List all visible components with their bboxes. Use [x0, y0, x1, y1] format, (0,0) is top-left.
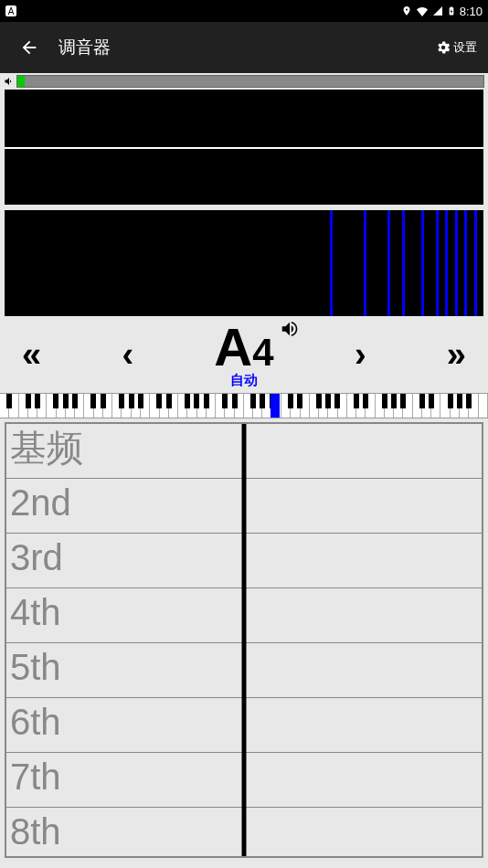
note-display[interactable]: A4 自动 [214, 321, 273, 389]
white-key[interactable] [103, 394, 112, 418]
spectrum-bar [421, 210, 424, 316]
volume-fill [17, 76, 25, 87]
spectrum-bar [455, 210, 458, 316]
volume-track [16, 75, 484, 88]
white-key[interactable] [403, 394, 412, 418]
white-key[interactable] [291, 394, 300, 418]
white-key[interactable] [469, 394, 478, 418]
harmonic-label: 6th [6, 698, 61, 752]
signal-icon [432, 5, 443, 16]
white-key[interactable] [28, 394, 37, 418]
white-key[interactable] [319, 394, 328, 418]
harmonics-table: 基频2nd3rd4th5th6th7th8th [5, 422, 483, 858]
spectrum-bar [445, 210, 448, 316]
white-key[interactable] [385, 394, 394, 418]
white-key[interactable] [422, 394, 431, 418]
white-key[interactable] [47, 394, 56, 418]
white-key[interactable] [451, 394, 460, 418]
piano-strip[interactable] [0, 393, 488, 418]
white-key[interactable] [160, 394, 169, 418]
white-key[interactable] [9, 394, 18, 418]
white-key[interactable] [150, 394, 159, 418]
spectrum-bar [330, 210, 333, 316]
spectrum-bar [402, 210, 405, 316]
harmonic-label: 7th [6, 753, 61, 807]
note-name: A4 [214, 321, 273, 374]
location-icon [401, 5, 412, 16]
white-key[interactable] [66, 394, 75, 418]
waveform-baseline [5, 147, 483, 149]
gear-icon [435, 39, 451, 56]
spectrum-bar [464, 210, 467, 316]
volume-icon [4, 76, 15, 87]
wifi-icon [416, 5, 429, 16]
white-key[interactable] [460, 394, 469, 418]
white-key[interactable] [244, 394, 253, 418]
white-key[interactable] [197, 394, 207, 418]
white-key[interactable] [479, 394, 488, 418]
white-key[interactable] [310, 394, 319, 418]
white-key[interactable] [207, 394, 216, 418]
harmonic-label: 基频 [6, 424, 83, 478]
note-octave: 4 [252, 333, 273, 372]
white-key[interactable] [132, 394, 141, 418]
white-key[interactable] [141, 394, 150, 418]
white-key[interactable] [94, 394, 103, 418]
white-key[interactable] [328, 394, 337, 418]
white-key[interactable] [112, 394, 122, 418]
harmonic-label: 5th [6, 643, 61, 697]
white-key[interactable] [281, 394, 291, 418]
white-key[interactable] [84, 394, 93, 418]
white-key[interactable] [37, 394, 47, 418]
app-title: 调音器 [58, 36, 435, 59]
white-key[interactable] [187, 394, 196, 418]
white-key[interactable] [57, 394, 66, 418]
note-letter: A [214, 321, 252, 374]
next-fast-button[interactable]: » [447, 335, 466, 375]
speaker-icon[interactable] [280, 319, 300, 339]
spectrum-bar [474, 210, 477, 316]
white-key[interactable] [431, 394, 440, 418]
piano-highlight [271, 394, 280, 418]
white-key[interactable] [301, 394, 310, 418]
prev-fast-button[interactable]: « [22, 335, 41, 375]
settings-button[interactable]: 设置 [435, 39, 477, 56]
spectrum-scope[interactable] [5, 210, 483, 316]
white-key[interactable] [169, 394, 178, 418]
white-key[interactable] [413, 394, 422, 418]
waveform-scope[interactable] [5, 90, 483, 205]
back-button[interactable] [11, 29, 48, 66]
settings-label: 设置 [453, 39, 477, 56]
white-key[interactable] [440, 394, 450, 418]
app-bar: 调音器 设置 [0, 22, 488, 73]
next-button[interactable]: › [355, 335, 366, 375]
spectrum-bar [364, 210, 366, 316]
spectrum-bar [436, 210, 439, 316]
white-key[interactable] [338, 394, 347, 418]
harmonic-label: 3rd [6, 534, 63, 587]
white-key[interactable] [122, 394, 131, 418]
white-key[interactable] [178, 394, 187, 418]
white-key[interactable] [347, 394, 356, 418]
white-key[interactable] [225, 394, 234, 418]
harmonic-label: 8th [6, 808, 61, 856]
status-time: 8:10 [460, 5, 483, 18]
white-key[interactable] [356, 394, 366, 418]
white-key[interactable] [19, 394, 28, 418]
harmonic-label: 2nd [6, 479, 71, 533]
note-selector-row: « ‹ A4 自动 › » [0, 316, 488, 393]
white-key[interactable] [75, 394, 84, 418]
white-key[interactable] [366, 394, 375, 418]
status-badge: A [5, 5, 16, 16]
prev-button[interactable]: ‹ [122, 335, 133, 375]
white-key[interactable] [235, 394, 244, 418]
volume-meter [0, 73, 488, 90]
white-key[interactable] [394, 394, 403, 418]
white-key[interactable] [253, 394, 262, 418]
white-key[interactable] [216, 394, 225, 418]
white-key[interactable] [0, 394, 9, 418]
battery-icon [447, 5, 456, 17]
white-key[interactable] [376, 394, 385, 418]
harmonics-center-line [242, 424, 247, 856]
spectrum-bar [387, 210, 390, 316]
